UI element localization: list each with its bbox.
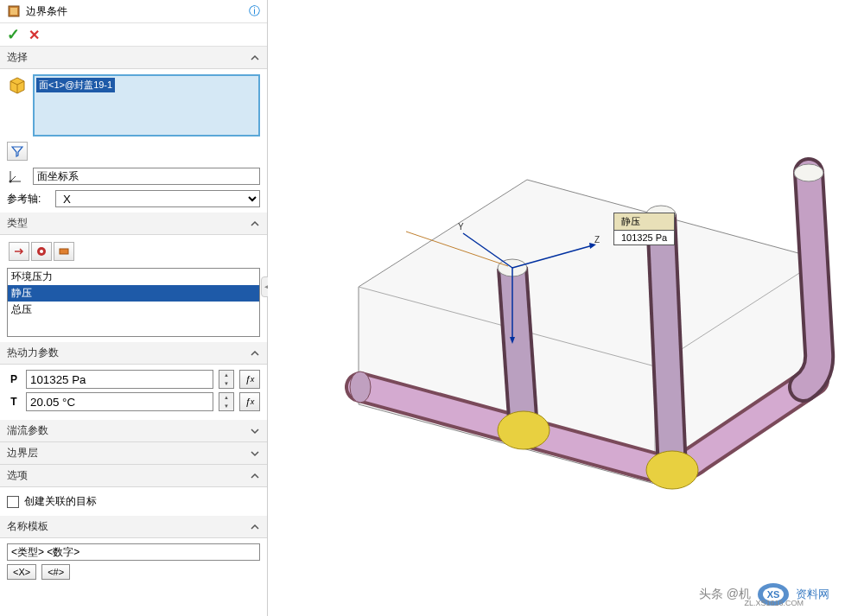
ok-button[interactable]: ✓ — [7, 25, 20, 44]
type-wall-icon[interactable] — [54, 242, 74, 261]
chevron-up-icon — [250, 348, 260, 359]
watermark-url: ZL.XS1616.COM — [744, 599, 804, 607]
cancel-button[interactable]: ✕ — [29, 27, 40, 43]
pressure-type-list[interactable]: 环境压力 静压 总压 — [7, 268, 260, 337]
pressure-fx-button[interactable]: ƒx — [239, 370, 260, 389]
temperature-label: T — [7, 396, 21, 408]
svg-line-9 — [661, 214, 672, 470]
boundary-callout[interactable]: 静压 101325 Pa — [613, 213, 675, 245]
face-selection-icon — [7, 74, 28, 95]
svg-point-11 — [646, 451, 698, 489]
section-options-body: 创建关联的目标 — [0, 487, 267, 516]
property-panel: 边界条件 ⓘ ✓ ✕ 选择 面<1>@封盖19-1 — [0, 0, 268, 616]
pressure-input[interactable] — [26, 370, 213, 389]
svg-point-4 — [40, 250, 43, 253]
chevron-down-icon — [250, 426, 260, 436]
section-thermo-header[interactable]: 热动力参数 — [0, 342, 267, 365]
help-icon[interactable]: ⓘ — [249, 3, 260, 19]
chevron-down-icon — [250, 448, 260, 459]
chevron-up-icon — [250, 471, 260, 481]
callout-value: 101325 Pa — [614, 231, 674, 244]
section-turbulence-header[interactable]: 湍流参数 — [0, 420, 267, 442]
coordinate-system-input[interactable] — [33, 168, 260, 185]
axis-select[interactable]: X — [55, 190, 260, 207]
chevron-up-icon — [250, 522, 260, 532]
svg-point-14 — [794, 164, 823, 181]
svg-text:Z: Z — [594, 235, 600, 244]
svg-point-15 — [350, 372, 371, 403]
pressure-spinner[interactable]: ▲▼ — [219, 370, 234, 389]
panel-title: 边界条件 — [26, 4, 249, 19]
chevron-up-icon — [250, 53, 260, 63]
create-goal-label: 创建关联的目标 — [24, 494, 97, 509]
create-goal-checkbox-row[interactable]: 创建关联的目标 — [7, 492, 260, 511]
selected-face-item[interactable]: 面<1>@封盖19-1 — [36, 78, 115, 92]
section-boundary-layer-header[interactable]: 边界层 — [0, 442, 267, 465]
name-template-input[interactable] — [7, 543, 260, 561]
section-options-header[interactable]: 选项 — [0, 465, 267, 487]
temperature-spinner[interactable]: ▲▼ — [219, 392, 234, 411]
type-flow-icon[interactable] — [9, 242, 29, 261]
boundary-condition-icon — [7, 4, 21, 18]
callout-title: 静压 — [614, 213, 674, 231]
template-x-button[interactable]: <X> — [7, 564, 36, 580]
coordinate-system-icon — [7, 166, 28, 187]
svg-rect-1 — [10, 8, 17, 15]
pressure-label: P — [7, 373, 21, 385]
panel-actions: ✓ ✕ — [0, 23, 267, 47]
face-selection-list[interactable]: 面<1>@封盖19-1 — [33, 74, 260, 137]
svg-point-2 — [10, 181, 12, 183]
section-selection-header[interactable]: 选择 — [0, 47, 267, 69]
temperature-input[interactable] — [26, 392, 213, 411]
section-type-header[interactable]: 类型 — [0, 213, 267, 235]
type-static-pressure[interactable]: 静压 — [8, 285, 259, 302]
svg-rect-5 — [60, 249, 68, 254]
model-render: Y Z — [268, 0, 845, 616]
axis-label: 参考轴: — [7, 192, 55, 206]
section-name-template-body: <X> <#> — [0, 538, 267, 585]
chevron-up-icon — [250, 219, 260, 229]
section-name-template-header[interactable]: 名称模板 — [0, 516, 267, 538]
section-selection-body: 面<1>@封盖19-1 参考轴: X — [0, 69, 267, 213]
section-thermo-body: P ▲▼ ƒx T ▲▼ ƒx — [0, 365, 267, 420]
3d-viewport[interactable]: Y Z 静压 101325 Pa 头条 @机 XS 资料网 ZL.XS1616.… — [268, 0, 845, 616]
filter-button[interactable] — [7, 142, 28, 161]
template-num-button[interactable]: <#> — [41, 564, 70, 580]
temperature-fx-button[interactable]: ƒx — [239, 392, 260, 411]
svg-point-10 — [498, 411, 550, 449]
type-total-pressure[interactable]: 总压 — [8, 302, 259, 318]
create-goal-checkbox[interactable] — [7, 496, 19, 508]
svg-text:Y: Y — [458, 222, 464, 232]
type-pressure-icon[interactable] — [31, 242, 52, 261]
type-env-pressure[interactable]: 环境压力 — [8, 269, 259, 285]
panel-title-bar: 边界条件 ⓘ — [0, 0, 267, 23]
svg-line-7 — [512, 268, 524, 430]
section-type-body: 环境压力 静压 总压 — [0, 235, 267, 342]
